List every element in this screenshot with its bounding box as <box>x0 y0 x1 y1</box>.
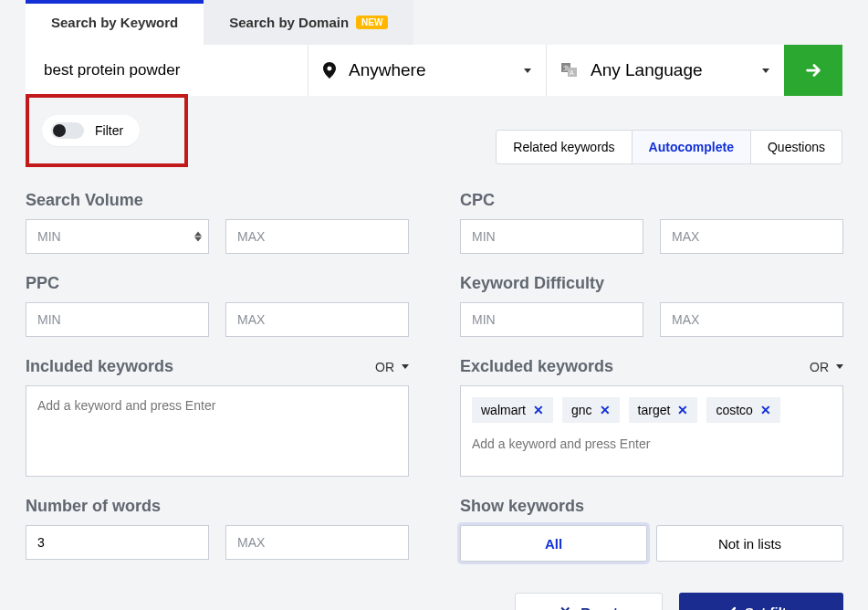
filter-toggle-highlight: Filter <box>26 94 188 167</box>
label-text: Excluded keywords <box>460 357 613 376</box>
search-row: Anywhere 文A Any Language <box>26 45 842 96</box>
location-select[interactable]: Anywhere <box>309 45 546 96</box>
search-volume-max[interactable] <box>225 219 409 254</box>
tab-search-domain[interactable]: Search by Domain NEW <box>204 0 413 45</box>
remove-tag-icon[interactable]: ✕ <box>677 403 688 417</box>
map-pin-icon <box>323 62 336 79</box>
tag-text: costco <box>716 403 752 417</box>
button-label: Set filter <box>745 605 800 611</box>
show-kw-all[interactable]: All <box>460 525 647 562</box>
chevron-down-icon <box>836 364 843 369</box>
num-words-max[interactable] <box>225 525 409 560</box>
field-label: Excluded keywords OR <box>460 357 843 376</box>
included-kw-field[interactable] <box>37 398 397 413</box>
kd-max[interactable] <box>660 302 843 337</box>
excluded-tag: target✕ <box>629 397 698 423</box>
excluded-match-mode[interactable]: OR <box>810 360 843 374</box>
new-badge: NEW <box>356 16 388 29</box>
search-volume-group: Search Volume <box>26 191 409 254</box>
field-label: CPC <box>460 191 843 210</box>
tab-related-keywords[interactable]: Related keywords <box>497 131 632 163</box>
filters-panel: Search Volume PPC Included <box>26 191 842 610</box>
search-mode-tabs: Search by Keyword Search by Domain NEW <box>26 0 842 45</box>
toggle-knob <box>53 124 66 137</box>
remove-tag-icon[interactable]: ✕ <box>533 403 544 417</box>
tab-label: Search by Domain <box>229 15 349 30</box>
location-label: Anywhere <box>349 60 511 80</box>
or-text: OR <box>810 360 829 374</box>
tag-text: target <box>638 403 671 417</box>
chevron-down-icon <box>524 68 531 73</box>
filters-left-column: Search Volume PPC Included <box>26 191 409 610</box>
excluded-keywords-group: Excluded keywords OR walmart✕ gnc✕ targe… <box>460 357 843 477</box>
keyword-input[interactable] <box>26 45 308 96</box>
tag-text: walmart <box>481 403 526 417</box>
included-keywords-input[interactable] <box>26 385 409 477</box>
included-keywords-group: Included keywords OR <box>26 357 409 477</box>
language-icon: 文A <box>561 63 578 78</box>
button-label: Reset <box>580 605 618 611</box>
search-button[interactable] <box>784 45 842 96</box>
set-filter-button[interactable]: Set filter <box>679 593 843 610</box>
svg-text:文: 文 <box>563 65 570 71</box>
cpc-max[interactable] <box>660 219 843 254</box>
kd-group: Keyword Difficulty <box>460 274 843 337</box>
tab-search-keyword[interactable]: Search by Keyword <box>26 0 204 45</box>
remove-tag-icon[interactable]: ✕ <box>760 403 771 417</box>
check-icon <box>723 606 736 610</box>
tab-autocomplete[interactable]: Autocomplete <box>633 131 751 163</box>
reset-button[interactable]: ✕ Reset <box>515 593 663 610</box>
field-label: Number of words <box>26 497 409 516</box>
result-type-tabs: Related keywords Autocomplete Questions <box>496 130 842 164</box>
label-text: Included keywords <box>26 357 173 376</box>
num-words-min[interactable] <box>26 525 209 560</box>
excluded-keywords-input[interactable]: walmart✕ gnc✕ target✕ costco✕ <box>460 385 843 477</box>
language-select[interactable]: 文A Any Language <box>547 45 784 96</box>
ppc-max[interactable] <box>225 302 409 337</box>
excluded-tag: walmart✕ <box>472 397 553 423</box>
toggle-track <box>51 122 84 139</box>
ppc-group: PPC <box>26 274 409 337</box>
kd-min[interactable] <box>460 302 643 337</box>
show-kw-not-in-lists[interactable]: Not in lists <box>656 525 843 562</box>
excluded-tag: costco✕ <box>706 397 779 423</box>
filters-right-column: CPC Keyword Difficulty Excluded keywords <box>460 191 843 610</box>
ppc-min[interactable] <box>26 302 209 337</box>
remove-tag-icon[interactable]: ✕ <box>600 403 611 417</box>
cpc-group: CPC <box>460 191 843 254</box>
excluded-tags: walmart✕ gnc✕ target✕ costco✕ <box>472 397 831 423</box>
included-match-mode[interactable]: OR <box>375 360 409 374</box>
field-label: Search Volume <box>26 191 409 210</box>
num-words-group: Number of words <box>26 497 409 560</box>
arrow-right-icon <box>803 60 823 80</box>
excluded-kw-field[interactable] <box>472 436 831 451</box>
tab-questions[interactable]: Questions <box>751 131 842 163</box>
chevron-down-icon <box>402 364 409 369</box>
filter-toggle[interactable]: Filter <box>42 115 140 146</box>
field-label: Included keywords OR <box>26 357 409 376</box>
search-volume-min[interactable] <box>26 219 209 254</box>
or-text: OR <box>375 360 394 374</box>
filter-toggle-label: Filter <box>95 123 123 138</box>
tab-label: Search by Keyword <box>51 15 178 30</box>
language-label: Any Language <box>591 60 749 80</box>
tag-text: gnc <box>571 403 592 417</box>
chevron-down-icon <box>762 68 769 73</box>
field-label: Show keywords <box>460 497 843 516</box>
svg-text:A: A <box>570 69 574 76</box>
x-icon: ✕ <box>559 604 571 610</box>
action-row: ✕ Reset Set filter <box>460 593 843 610</box>
field-label: PPC <box>26 274 409 293</box>
cpc-min[interactable] <box>460 219 643 254</box>
stepper-icon[interactable] <box>194 232 202 242</box>
excluded-tag: gnc✕ <box>562 397 620 423</box>
show-keywords-group: Show keywords All Not in lists <box>460 497 843 562</box>
field-label: Keyword Difficulty <box>460 274 843 293</box>
